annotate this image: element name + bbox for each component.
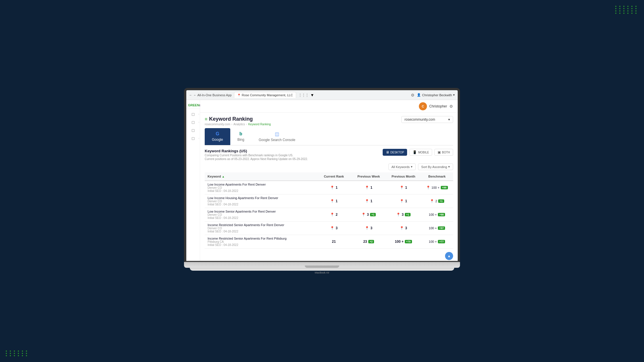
header-right: C Christopher ⚙ — [419, 102, 453, 110]
col-keyword-label: Keyword — [208, 175, 221, 178]
table-row: Low Income Apartments For Rent Denver De… — [205, 181, 453, 195]
prev-month-value-3: 3 — [405, 226, 407, 230]
table-area: Keyword Rankings (US) Comparing Current … — [205, 149, 453, 249]
prev-month-value-1: 1 — [405, 199, 407, 203]
breadcrumb: rosecommunity.com › Analytics › Keyword … — [205, 123, 271, 126]
keyword-filter-icon: ▾ — [411, 165, 413, 169]
scroll-top-button[interactable]: ▲ — [445, 252, 453, 260]
device-desktop[interactable]: 🖥 DESKTOP — [383, 149, 407, 156]
browser-settings-icon[interactable]: ⚙ — [411, 93, 415, 97]
benchmark-badge-4: +77 — [438, 240, 445, 243]
benchmark-value-2: 100 + — [429, 213, 437, 216]
logo-green: GREEN — [188, 103, 199, 107]
sidebar-chevron-1: › — [198, 113, 199, 115]
prev-month-value-4: 100 + — [395, 240, 403, 244]
page-title-area: ≡ Keyword Ranking rosecommunity.com › An… — [205, 116, 271, 126]
prev-month-pin-icon: 📍 — [400, 226, 404, 230]
device-toggles: 🖥 DESKTOP 📱 MOBILE ▣ BOTH — [383, 149, 453, 156]
prev-week-value-4: 23 — [363, 240, 367, 244]
prev-month-cell-4: 100 + +79 — [386, 235, 421, 249]
subtitle-1: Comparing Current Positions with Benchma… — [205, 154, 308, 157]
benchmark-badge-1: +1 — [438, 199, 444, 203]
prev-week-pin-icon: 📍 — [365, 186, 369, 190]
browser-dropdown-icon[interactable]: ▾ — [311, 92, 313, 98]
domain-selector[interactable]: rosecommunity.com ▾ — [401, 116, 453, 123]
header-username: Christopher — [429, 104, 447, 108]
sidebar-item-4[interactable]: ◻ › — [186, 134, 200, 142]
keyword-cell-3: Income Restricted Senior Apartments For … — [205, 222, 317, 235]
tabs: G Google b Bing ◫ Google Search Console — [205, 128, 453, 145]
benchmark-value-4: 100 + — [429, 240, 437, 243]
keyword-seo-date-4: Initial SEO : 04-18-2022 — [208, 243, 314, 247]
keyword-name-0: Low Income Apartments For Rent Denver — [208, 183, 314, 186]
browser-user-chevron[interactable]: ▾ — [453, 93, 455, 97]
breadcrumb-chevron-1: › — [231, 123, 232, 126]
laptop-bottom — [184, 262, 460, 268]
sort-filter[interactable]: Sort By Ascending ▾ — [418, 163, 453, 170]
table-header-row: Keyword Rankings (US) Comparing Current … — [205, 149, 453, 161]
prev-week-badge-4: +2 — [368, 240, 374, 243]
page-title: ≡ Keyword Ranking — [205, 116, 271, 122]
prev-week-value-3: 3 — [370, 226, 372, 230]
keyword-rankings-title: Keyword Rankings (US) — [205, 149, 308, 153]
sidebar-item-2[interactable]: ◻ › — [186, 118, 200, 126]
current-rank-value-1: 1 — [336, 199, 338, 203]
prev-week-value-1: 1 — [370, 199, 372, 203]
mobile-label: MOBILE — [418, 151, 429, 154]
table-row: Income Restricted Senior Apartments For … — [205, 235, 453, 249]
tab-bing[interactable]: b Bing — [230, 128, 252, 145]
benchmark-value-3: 100 + — [429, 226, 437, 230]
device-both[interactable]: ▣ BOTH — [434, 149, 453, 156]
benchmark-cell-0: 📍 100 + +99 — [421, 181, 453, 195]
sidebar-item-1[interactable]: ◻ › — [186, 110, 200, 118]
current-rank-cell-4: 21 — [317, 235, 351, 249]
tab-google-label: Google — [212, 138, 223, 142]
prev-month-pin-icon: 📍 — [400, 186, 404, 190]
benchmark-badge-2: +98 — [438, 213, 445, 216]
benchmark-badge-0: +99 — [441, 186, 448, 189]
desktop-icon: 🖥 — [386, 150, 389, 154]
tab-google-search-console[interactable]: ◫ Google Search Console — [252, 128, 302, 145]
page-title-text: Keyword Ranking — [209, 116, 253, 122]
benchmark-cell-4: 100 + +77 — [421, 235, 453, 249]
table-row: Low Income Housing Apartments For Rent D… — [205, 195, 453, 208]
mobile-icon: 📱 — [413, 150, 417, 154]
prev-week-value-0: 1 — [370, 186, 372, 190]
col-keyword-header: Keyword ▲ — [205, 172, 317, 181]
benchmark-value-0: 100 + — [432, 186, 440, 189]
keyword-cell-1: Low Income Housing Apartments For Rent D… — [205, 195, 317, 208]
google-icon: G — [216, 131, 219, 136]
sidebar-item-3[interactable]: ◻ — [186, 126, 200, 134]
rank-pin-icon: 📍 — [330, 213, 334, 217]
browser-tab[interactable]: 📍 Rose Community Management, LLC — [234, 92, 296, 98]
col-prev-month-header: Previous Month — [386, 172, 421, 181]
benchmark-cell-2: 100 + +98 — [421, 208, 453, 222]
browser-back-button[interactable]: ← ← All-In-One Business App — [189, 93, 232, 97]
keyword-filter-label: All Keywords — [392, 165, 410, 169]
sidebar-chevron-2: › — [198, 121, 199, 124]
settings-icon[interactable]: ⚙ — [449, 104, 453, 109]
browser-back-label: ← All-In-One Business App — [193, 93, 232, 97]
main-content: C Christopher ⚙ ≡ Keyword Ranking — [200, 100, 458, 261]
app-container: GREENstack ◻ › ◻ › ◻ ◻ › — [186, 100, 458, 261]
breadcrumb-analytics[interactable]: Analytics — [233, 123, 245, 126]
keyword-location-3: Denver CO — [208, 227, 314, 230]
both-icon: ▣ — [438, 150, 441, 154]
col-benchmark-header: Benchmark — [421, 172, 453, 181]
grid-icon[interactable]: ⋮⋮⋮ — [298, 93, 309, 97]
domain-dropdown-icon: ▾ — [448, 118, 450, 122]
tab-google[interactable]: G Google — [205, 128, 230, 145]
ranking-icon: ≡ — [205, 117, 207, 122]
device-mobile[interactable]: 📱 MOBILE — [409, 149, 432, 156]
current-rank-cell-3: 📍 3 — [317, 222, 351, 235]
keyword-filter[interactable]: All Keywords ▾ — [388, 163, 416, 170]
col-prev-week-label: Previous Week — [357, 175, 380, 178]
prev-week-cell-2: 📍 3 +1 — [351, 208, 386, 222]
keyword-location-0: Denver CO — [208, 186, 314, 189]
keyword-name-4: Income Restricted Senior Apartments For … — [208, 237, 314, 240]
prev-week-cell-0: 📍 1 — [351, 181, 386, 195]
prev-month-cell-3: 📍 3 — [386, 222, 421, 235]
benchmark-cell-1: 📍 2 +1 — [421, 195, 453, 208]
location-pin-icon: 📍 — [237, 94, 241, 97]
breadcrumb-home[interactable]: rosecommunity.com — [205, 123, 230, 126]
